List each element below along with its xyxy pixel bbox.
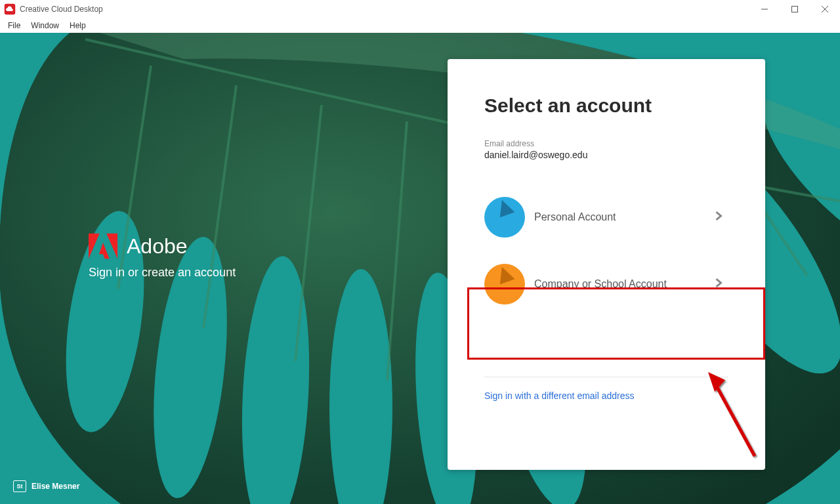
svg-rect-2 <box>792 7 798 12</box>
svg-marker-15 <box>89 234 100 259</box>
personal-account-option[interactable]: Personal Account <box>484 184 728 251</box>
personal-account-label: Personal Account <box>534 211 705 223</box>
menu-file[interactable]: File <box>3 20 26 32</box>
menu-window[interactable]: Window <box>26 20 64 32</box>
brand-name: Adobe <box>127 234 188 259</box>
brand-block: Adobe Sign in or create an account <box>89 233 236 280</box>
account-select-card: Select an account Email address daniel.l… <box>448 59 765 470</box>
window-maximize-button[interactable] <box>780 0 810 18</box>
chevron-right-icon <box>714 278 723 290</box>
hero-background: Adobe Sign in or create an account Selec… <box>0 33 840 504</box>
stock-author: Elise Mesner <box>32 482 79 491</box>
menu-bar: File Window Help <box>0 18 840 33</box>
window-titlebar: Creative Cloud Desktop <box>0 0 840 18</box>
company-account-icon <box>484 264 525 304</box>
window-title: Creative Cloud Desktop <box>20 5 103 14</box>
adobe-logo-icon <box>89 233 117 259</box>
divider <box>484 377 728 377</box>
window-close-button[interactable] <box>810 0 840 18</box>
chevron-right-icon <box>714 211 723 223</box>
card-heading: Select an account <box>484 94 728 117</box>
adobe-stock-icon: St <box>13 480 26 492</box>
brand-subtitle: Sign in or create an account <box>89 266 236 280</box>
menu-help[interactable]: Help <box>64 20 91 32</box>
creative-cloud-icon <box>4 3 16 15</box>
svg-marker-17 <box>99 243 110 259</box>
company-school-account-label: Company or School Account <box>534 278 705 290</box>
company-school-account-option[interactable]: Company or School Account <box>484 251 728 318</box>
stock-credit: St Elise Mesner <box>13 480 79 492</box>
personal-account-icon <box>484 197 525 238</box>
svg-marker-16 <box>106 234 117 259</box>
email-value: daniel.laird@oswego.edu <box>484 150 728 160</box>
window-minimize-button[interactable] <box>749 0 780 18</box>
email-label: Email address <box>484 139 728 148</box>
different-email-link[interactable]: Sign in with a different email address <box>484 390 728 401</box>
